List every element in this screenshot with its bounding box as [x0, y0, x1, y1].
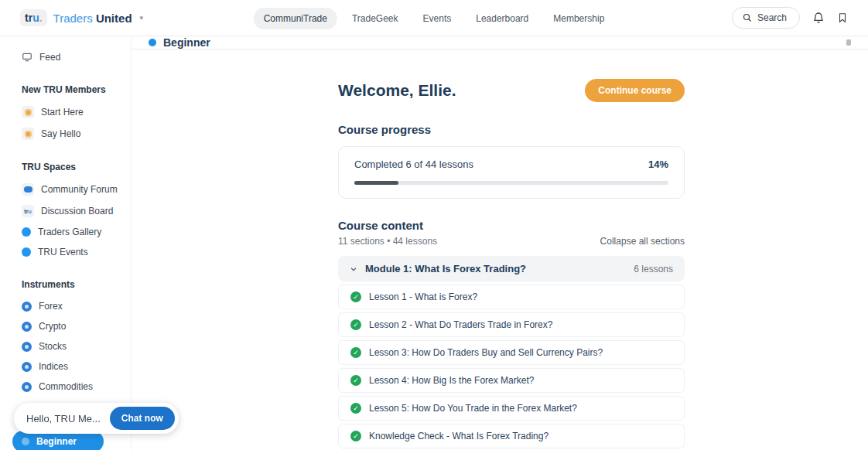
check-circle-icon: ✓ [350, 347, 361, 358]
coin-icon [22, 302, 32, 312]
say-hello-icon [22, 128, 34, 140]
lesson-row[interactable]: ✓ Knowledge Check - What Is Forex Tradin… [338, 424, 685, 448]
space-title: Beginner [163, 36, 210, 49]
space-dot-icon [22, 247, 31, 257]
sidebar-item-discussion-board[interactable]: tru Discussion Board [22, 200, 123, 222]
more-options-icon[interactable] [846, 39, 851, 46]
sidebar-item-forex[interactable]: Forex [22, 296, 123, 316]
space-header: Beginner [132, 36, 868, 49]
sidebar-item-traders-gallery[interactable]: Traders Gallery [22, 222, 123, 242]
course-progress-heading: Course progress [338, 123, 685, 136]
sidebar-item-indices[interactable]: Indices [22, 356, 123, 377]
progress-bar-fill [354, 181, 398, 185]
chat-widget: Hello, TRU Me... Chat now [14, 403, 179, 434]
progress-bar-track [354, 181, 668, 185]
continue-course-button[interactable]: Continue course [585, 79, 685, 102]
check-circle-icon: ✓ [350, 319, 361, 330]
modules-list: Module 1: What Is Forex Trading? 6 lesso… [338, 256, 685, 450]
progress-percent: 14% [648, 159, 668, 170]
sidebar-section-instruments: Instruments [22, 279, 123, 290]
main-content: Beginner Welcome, Ellie. Continue course… [132, 36, 868, 450]
main-nav: CommuniTrade TradeGeek Events Leaderboar… [254, 0, 615, 36]
lesson-row[interactable]: ✓ Lesson 4: How Big Is the Forex Market? [338, 368, 685, 393]
brand-wordmark: Traders United [53, 12, 132, 25]
chevron-down-icon [350, 265, 357, 273]
bookmarks-button[interactable] [837, 12, 848, 24]
tru-mini-logo-icon: tru [22, 205, 34, 217]
sidebar-item-commodities[interactable]: Commodities [22, 377, 123, 397]
sidebar-section-tru-spaces: TRU Spaces [22, 162, 123, 172]
tab-membership[interactable]: Membership [543, 8, 614, 29]
module-1-header[interactable]: Module 1: What Is Forex Trading? 6 lesso… [338, 256, 685, 281]
course-content-meta: 11 sections • 44 lessons [338, 236, 437, 247]
coin-icon [22, 342, 32, 352]
progress-completed-text: Completed 6 of 44 lessons [354, 159, 473, 170]
check-circle-icon: ✓ [350, 375, 361, 386]
sidebar-item-say-hello[interactable]: Say Hello [22, 123, 123, 145]
coin-icon [22, 382, 32, 392]
chevron-down-icon: ▾ [140, 14, 144, 22]
lesson-row[interactable]: ✓ Lesson 5: How Do You Trade in the Fore… [338, 396, 685, 421]
coin-icon [22, 362, 32, 372]
lesson-row[interactable]: ✓ Lesson 3: How Do Traders Buy and Sell … [338, 340, 685, 365]
course-content-heading: Course content [338, 219, 437, 232]
coin-icon [22, 322, 32, 332]
space-dot-icon [22, 438, 29, 445]
brand-logo: tru. [20, 9, 47, 26]
bookmark-icon [837, 12, 848, 24]
sidebar-item-community-forum[interactable]: Community Forum [22, 179, 123, 200]
sidebar: Feed New TRU Members Start Here Say Hell… [0, 36, 132, 450]
space-dot-icon [149, 39, 156, 46]
tab-communitrade[interactable]: CommuniTrade [254, 8, 337, 29]
search-icon [743, 13, 752, 22]
sidebar-item-crypto[interactable]: Crypto [22, 316, 123, 336]
space-dot-icon [22, 227, 31, 237]
module-lesson-count: 6 lessons [634, 264, 673, 274]
collapse-all-sections-link[interactable]: Collapse all sections [600, 236, 685, 247]
sidebar-item-start-here[interactable]: Start Here [22, 101, 123, 123]
sidebar-section-new-tru-members: New TRU Members [22, 84, 123, 95]
course-progress-card: Completed 6 of 44 lessons 14% [338, 146, 685, 199]
notifications-button[interactable] [812, 12, 825, 24]
bell-icon [812, 12, 825, 24]
workspace-switcher[interactable]: tru. Traders United ▾ [20, 9, 143, 26]
lesson-row[interactable]: ✓ Lesson 1 - What is Forex? [338, 285, 685, 309]
start-here-icon [22, 106, 34, 118]
chat-now-button[interactable]: Chat now [110, 407, 175, 430]
chat-greeting: Hello, TRU Me... [26, 413, 101, 424]
check-circle-icon: ✓ [350, 403, 361, 414]
tab-events[interactable]: Events [413, 8, 462, 29]
check-circle-icon: ✓ [350, 291, 361, 302]
sidebar-item-tru-events[interactable]: TRU Events [22, 242, 123, 262]
tab-leaderboard[interactable]: Leaderboard [466, 8, 538, 29]
welcome-heading: Welcome, Ellie. [338, 81, 456, 100]
sidebar-item-feed[interactable]: Feed [22, 47, 123, 67]
search-input[interactable]: Search [732, 7, 800, 29]
chat-bubble-icon [22, 183, 34, 196]
check-circle-icon: ✓ [350, 431, 361, 441]
lesson-row[interactable]: ✓ Lesson 2 - What Do Traders Trade in Fo… [338, 312, 685, 337]
sidebar-item-stocks[interactable]: Stocks [22, 336, 123, 356]
top-header: tru. Traders United ▾ CommuniTrade Trade… [0, 0, 868, 36]
tab-tradegeek[interactable]: TradeGeek [342, 8, 408, 29]
feed-icon [22, 52, 32, 63]
